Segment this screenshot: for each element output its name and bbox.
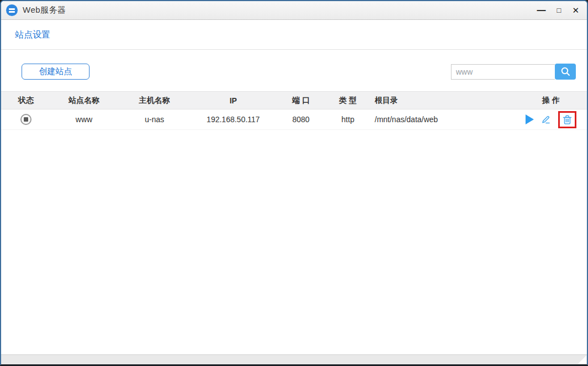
resize-grip[interactable] <box>578 355 586 364</box>
status-cell <box>1 109 51 130</box>
sites-table: 状态 站点名称 主机名称 IP 端 口 类 型 根目录 操 作 www u-na… <box>1 91 587 130</box>
col-type: 类 型 <box>327 92 369 109</box>
app-server-icon <box>6 4 18 16</box>
start-site-button[interactable] <box>526 114 534 124</box>
app-window: Web服务器 — □ ✕ 站点设置 创建站点 状 <box>0 0 588 366</box>
ip-cell: 192.168.50.117 <box>192 109 275 130</box>
search-button[interactable] <box>555 64 576 80</box>
col-ip: IP <box>192 92 275 109</box>
close-button[interactable]: ✕ <box>572 6 579 14</box>
host-name-cell: u-nas <box>117 109 192 130</box>
title-bar: Web服务器 — □ ✕ <box>1 1 587 20</box>
table-header-row: 状态 站点名称 主机名称 IP 端 口 类 型 根目录 操 作 <box>1 92 587 109</box>
trash-icon <box>563 114 572 125</box>
root-dir-cell: /mnt/nas/data/web <box>369 109 515 130</box>
search-input[interactable] <box>451 64 555 80</box>
col-root-dir: 根目录 <box>369 92 515 109</box>
site-name-cell: www <box>51 109 117 130</box>
maximize-button[interactable]: □ <box>557 7 561 14</box>
minimize-button[interactable]: — <box>537 6 546 15</box>
col-actions: 操 作 <box>515 92 587 109</box>
type-cell: http <box>327 109 369 130</box>
status-bar <box>1 354 587 364</box>
toolbar: 创建站点 <box>1 50 587 91</box>
table-row: www u-nas 192.168.50.117 8080 http /mnt/… <box>1 109 587 130</box>
page-title: 站点设置 <box>1 20 587 41</box>
search-group <box>451 64 576 80</box>
port-cell: 8080 <box>275 109 327 130</box>
col-site-name: 站点名称 <box>51 92 117 109</box>
col-status: 状态 <box>1 92 51 109</box>
window-title: Web服务器 <box>23 5 66 15</box>
create-site-button[interactable]: 创建站点 <box>22 64 90 80</box>
delete-highlight-box <box>558 111 576 128</box>
delete-site-button[interactable] <box>563 114 572 125</box>
col-host-name: 主机名称 <box>117 92 192 109</box>
col-port: 端 口 <box>275 92 327 109</box>
stopped-status-icon <box>20 114 32 125</box>
window-controls: — □ ✕ <box>537 6 579 15</box>
search-icon <box>560 66 571 77</box>
edit-site-button[interactable] <box>541 114 551 124</box>
play-icon <box>526 114 534 124</box>
actions-cell <box>515 109 587 130</box>
edit-pencil-icon <box>541 114 551 124</box>
